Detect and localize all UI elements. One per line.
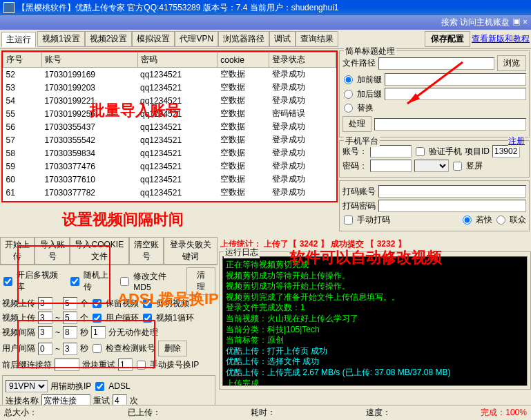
prefix-input[interactable] [385,73,526,86]
vertical-check[interactable] [453,162,462,171]
window-titlebar: 【黑樱桃软件】优酷上传专家 官方QQ:417553289 版本号：7.4 当前用… [0,0,531,15]
login-keyword-tab[interactable]: 登录失败关键词 [164,237,218,265]
log-line: 正在等待视频剪切完成 [226,260,524,271]
cut-video-check[interactable] [143,299,152,308]
tab-视频1设置[interactable]: 视频1设置 [37,31,85,47]
process-button[interactable]: 处理 [342,116,371,132]
log-line: 视频剪切完成了准备开始文件上传信息填写。。 [226,292,524,303]
ui2-input[interactable] [63,343,77,355]
lower-tabs: 开始上传 导入账号 导入COOKIE文件 清空账号 登录失败关键词 [0,237,218,265]
statusbar: 总大小： 已上传： 耗时： 速度： 完成：100% [0,405,531,420]
check-update-link[interactable]: 查看新版和教程 [472,33,530,45]
vu1-input[interactable] [38,297,52,309]
clean-button[interactable]: 清理 [186,267,215,295]
table-row[interactable]: 6017030377610qq1234521空数据登录成功 [3,173,336,186]
dama-password-input[interactable] [378,200,526,212]
save-config-button[interactable]: 保存配置 [425,31,470,47]
file-path-input[interactable] [378,57,494,70]
account-table[interactable]: 序号账号密码cookie登录状态 5217030199169qq1234521空… [1,50,338,202]
tab-浏览器路径[interactable]: 浏览器路径 [218,31,269,47]
log-line: 视频剪切成功等待开始上传操作。 [226,271,524,282]
table-row[interactable]: 5517030199256qq1234521空数据密码错误 [3,107,336,120]
table-row[interactable]: 5717030355542qq1234521空数据登录成功 [3,133,336,146]
vu2-input[interactable] [63,297,77,309]
table-row[interactable]: 6217030377883qq1234521空数据登录成功 [3,199,336,202]
log-line: 当前标签：原创 [226,335,524,346]
vpn-select[interactable]: 91VPN [6,380,48,392]
check-account-check[interactable] [93,344,102,353]
verify-phone-check[interactable] [416,147,425,156]
import-account-tab[interactable]: 导入账号 [35,237,69,265]
random-upload-check[interactable] [70,277,79,286]
log-line: 当前分类：科技|105|Tech [226,325,524,336]
manual-dial-check[interactable] [137,361,146,370]
ui1-input[interactable] [38,343,52,355]
tab-查询结果[interactable]: 查询结果 [296,31,338,47]
table-row[interactable]: 5617030355437qq1234521空数据登录成功 [3,120,336,133]
manual-code-check[interactable] [344,216,353,225]
table-row[interactable]: 5417030199221qq1234521空数据登录成功 [3,94,336,107]
table-row[interactable]: 5917030377476qq1234521空数据登录成功 [3,160,336,173]
fore-thread-input[interactable] [55,359,79,371]
start-upload-tab[interactable]: 开始上传 [0,237,35,265]
table-row[interactable]: 5817030359834qq1234521空数据登录成功 [3,146,336,160]
table-row[interactable]: 6117030377782qq1234521空数据登录成功 [3,186,336,199]
slide-input[interactable] [118,359,133,371]
dama-account-input[interactable] [378,185,526,198]
app-icon [3,2,15,13]
run-log-group: 运行日志 正在等待视频剪切完成视频剪切成功等待开始上传操作。视频剪切成功等待开始… [219,251,531,390]
import-cookie-tab[interactable]: 导入COOKIE文件 [70,237,129,265]
password-input[interactable] [370,160,412,172]
tab-代理VPN[interactable]: 代理VPN [175,31,218,47]
col-header[interactable]: 序号 [3,52,42,68]
col-header[interactable]: 密码 [137,52,218,68]
table-row[interactable]: 5217030199169qq1234521空数据登录成功 [3,68,336,82]
log-line: 登录文件完成次数：1 [226,303,524,314]
empty-account-tab[interactable]: 清空账号 [129,237,164,265]
dama-group: 打码账号 打码密码 手动打码 若快 联众 [339,180,530,231]
vi1-input[interactable] [38,326,52,338]
suffix-radio[interactable] [344,90,353,99]
prefix-radio[interactable] [344,75,353,84]
secondary-titlebar: 接索 访问主机账盘 ▣ × [0,15,531,30]
col-header[interactable]: cookie [218,52,269,68]
noaction-input[interactable] [91,326,106,338]
multi-library-check[interactable] [3,277,12,286]
main-run-tab[interactable]: 主运行 [1,32,36,47]
keep-video-check[interactable] [93,299,102,308]
replace-radio[interactable] [344,104,353,113]
window-title: 【黑樱桃软件】优酷上传专家 官方QQ:417553289 版本号：7.4 当前用… [17,2,338,14]
log-line: 优酷上传：打开上传页 成功 [226,346,524,357]
mobile-group: 手机平台 注册 账号： 验证手机 项目ID 密码： 竖屏 [339,140,530,178]
table-row[interactable]: 5317030199203qq1234521空数据登录成功 [3,81,336,94]
video1-loop-check[interactable] [143,314,152,323]
log-line: 视频剪切成功等待开始上传操作。 [226,281,524,292]
main-toolbar: 主运行 视频1设置视频2设置模拟设置代理VPN浏览器路径调试查询结果 保存配置 … [0,30,531,49]
vi2-input[interactable] [63,326,77,338]
title-process-group: 简单标题处理 文件路径 浏览 加前缀 加后缀 替换 处理 [339,50,530,137]
adsl-check[interactable] [95,382,104,391]
log-line: 优酷上传：上传完成 2.67 MB/s (已上传: 37.08 MB/37.08… [226,368,524,379]
user-loop-check[interactable] [93,314,102,323]
log-line: 当前视频：火山现在好上传么学习了 [226,314,524,325]
platform-select[interactable] [414,160,449,172]
tab-视频2设置[interactable]: 视频2设置 [85,31,133,47]
col-header[interactable]: 账号 [42,52,137,68]
ruokuai-radio[interactable] [463,216,472,225]
log-line: 上传完成 [226,379,524,386]
upload-stats: 上传统计： 上传了【 3242 】 成功提交 【 3232 】 [219,237,531,251]
delete-account-button[interactable]: 删除 [158,341,187,356]
tab-调试[interactable]: 调试 [269,31,296,47]
lianzhong-radio[interactable] [496,216,505,225]
vu4-input[interactable] [63,312,77,324]
suffix-input[interactable] [385,88,526,100]
col-header[interactable]: 登录状态 [269,52,336,68]
tab-模拟设置[interactable]: 模拟设置 [132,31,175,47]
vu3-input[interactable] [38,312,52,324]
process-input[interactable] [374,118,526,131]
run-log[interactable]: 正在等待视频剪切完成视频剪切成功等待开始上传操作。视频剪切成功等待开始上传操作。… [222,256,528,386]
modify-md5-check[interactable] [120,277,129,286]
log-line: 优酷上传：选择文件 成功 [226,356,524,368]
browse-button[interactable]: 浏览 [497,55,526,71]
register-link[interactable]: 注册 [508,135,525,147]
